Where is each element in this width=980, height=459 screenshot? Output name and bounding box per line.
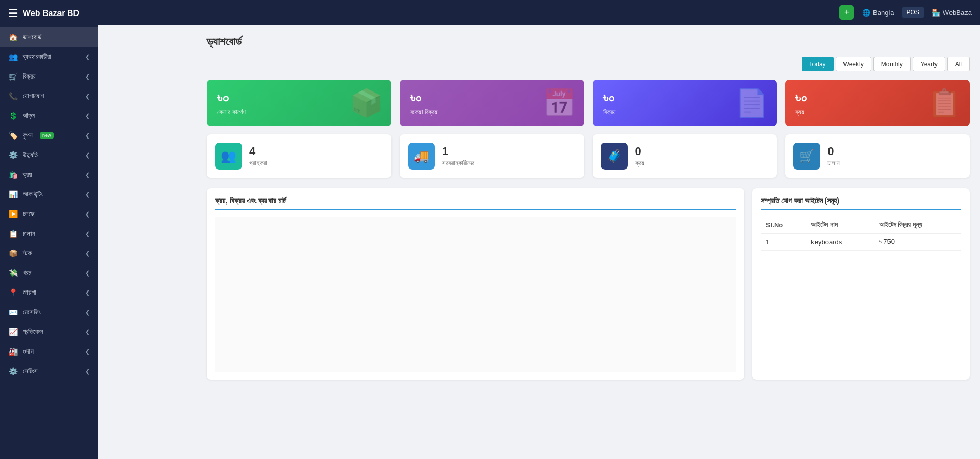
sidebar-item-label-settings: সেটিংস <box>23 367 38 375</box>
recent-items-title: সম্প্রতি যোগ করা আইটেম (সমূহ) <box>761 196 961 210</box>
table-header-row: Sl.Noআইটেম নামআইটেম বিক্রয় মূল্য <box>761 217 961 234</box>
page-title: ড্যাশবোর্ড <box>207 35 970 49</box>
sidebar-item-label-location: জায়গা <box>23 288 36 297</box>
main-content: ড্যাশবোর্ড TodayWeeklyMonthlyYearlyAll ৳… <box>197 25 980 459</box>
count-card-purchases: 🧳0ক্রয় <box>593 134 777 178</box>
chevron-icon-sales: ❮ <box>85 73 90 80</box>
table-col-sl.no: Sl.No <box>761 217 806 234</box>
count-card-suppliers: 🚚1সরবরাহকারীদের <box>400 134 584 178</box>
sidebar-item-running[interactable]: ▶️চলছে❮ <box>0 204 98 224</box>
table-col-আইটেম-বিক্রয়-মূল্য: আইটেম বিক্রয় মূল্য <box>874 217 961 234</box>
sidebar-item-label-coupon: কুপন <box>23 131 33 140</box>
dashboard-icon: 🏠 <box>8 33 18 41</box>
stat-card-due-sales: ৳০বকেয়া বিক্রয়📅 <box>400 80 584 126</box>
filter-btn-monthly[interactable]: Monthly <box>873 57 911 71</box>
lang-switcher[interactable]: 🌐 Bangla <box>862 9 894 17</box>
chevron-icon-accounting: ❮ <box>85 191 90 198</box>
expense-icon: 💸 <box>8 269 18 277</box>
count-label-purchases: ক্রয় <box>635 159 644 167</box>
chevron-icon-reports: ❮ <box>85 329 90 335</box>
chart-area <box>215 217 736 372</box>
count-row: 👥4গ্রাহকরা🚚1সরবরাহকারীদের🧳0ক্রয়🛒0চালান <box>207 134 970 178</box>
chevron-icon-running: ❮ <box>85 211 90 218</box>
accounting-icon: 📊 <box>8 190 18 198</box>
sidebar-header: ☰ Web Bazar BD <box>0 0 98 27</box>
messaging-icon: ✉️ <box>8 308 18 316</box>
sidebar-item-stock[interactable]: 📦স্টক❮ <box>0 243 98 263</box>
stock-icon: 📦 <box>8 249 18 257</box>
table-body: 1keyboards৳ 750 <box>761 234 961 251</box>
count-card-customers: 👥4গ্রাহকরা <box>207 134 391 178</box>
pos-link[interactable]: POS <box>902 7 924 18</box>
chevron-icon-purchase: ❮ <box>85 172 90 178</box>
table-cell-1: keyboards <box>806 234 873 251</box>
table-cell-0: 1 <box>761 234 806 251</box>
count-label-customers: গ্রাহকরা <box>249 159 267 167</box>
menu-toggle-icon[interactable]: ☰ <box>8 7 18 20</box>
count-icon-purchases: 🧳 <box>601 143 628 170</box>
count-number-suppliers: 1 <box>442 145 474 158</box>
sidebar-item-label-challan: চালান <box>23 230 35 238</box>
sidebar-item-contacts[interactable]: 📞যোগাযোগ❮ <box>0 86 98 106</box>
sidebar-item-label-stock: স্টক <box>23 249 32 257</box>
warehouse-icon: 🏭 <box>8 347 18 356</box>
sidebar-item-label-running: চলছে <box>23 210 35 218</box>
filter-btn-today[interactable]: Today <box>802 57 834 71</box>
contacts-icon: 📞 <box>8 92 18 100</box>
sidebar-item-coupon[interactable]: 🏷️কুপনnew❮ <box>0 126 98 145</box>
lang-icon: 🌐 <box>862 9 870 17</box>
count-number-customers: 4 <box>249 145 267 158</box>
lang-label: Bangla <box>873 9 894 17</box>
chevron-icon-warehouse: ❮ <box>85 348 90 355</box>
offers-icon: ⚙️ <box>8 151 18 159</box>
filter-btn-weekly[interactable]: Weekly <box>836 57 871 71</box>
sidebar-item-label-users: ব্যবহারকারীরা <box>23 53 51 61</box>
table-row: 1keyboards৳ 750 <box>761 234 961 251</box>
app-link[interactable]: 🏪 WebBaza <box>932 9 972 17</box>
sidebar-item-settings[interactable]: ⚙️সেটিংস❮ <box>0 361 98 381</box>
sidebar-item-sales[interactable]: 🛒বিক্রয়❮ <box>0 67 98 86</box>
chevron-icon-coupon: ❮ <box>85 132 90 139</box>
sidebar-item-purchase[interactable]: 🛍️ক্রয়❮ <box>0 165 98 185</box>
chevron-icon-expense: ❮ <box>85 270 90 277</box>
reports-icon: 📈 <box>8 328 18 336</box>
filter-btn-all[interactable]: All <box>947 57 970 71</box>
sidebar-item-label-offers: উদ্যুতি <box>23 151 38 159</box>
count-label-invoices: চালান <box>827 159 840 167</box>
count-icon-customers: 👥 <box>215 143 242 170</box>
sidebar-item-users[interactable]: 👥ব্যবহারকারীরা❮ <box>0 47 98 67</box>
stat-bg-icon-expense: 📋 <box>928 87 961 119</box>
recent-items-panel: সম্প্রতি যোগ করা আইটেম (সমূহ) Sl.Noআইটেম… <box>752 188 970 380</box>
count-number-invoices: 0 <box>827 145 840 158</box>
chevron-icon-challan: ❮ <box>85 231 90 237</box>
sidebar-item-income[interactable]: 💲আঁড়ম❮ <box>0 106 98 126</box>
chevron-icon-settings: ❮ <box>85 368 90 375</box>
count-number-purchases: 0 <box>635 145 644 158</box>
sidebar-item-offers[interactable]: ⚙️উদ্যুতি❮ <box>0 145 98 165</box>
sidebar-item-dashboard[interactable]: 🏠ডাশবোর্ড <box>0 27 98 47</box>
stat-bg-icon-sales: 📄 <box>735 87 768 119</box>
table-cell-2: ৳ 750 <box>874 234 961 251</box>
sidebar-item-label-purchase: ক্রয় <box>23 171 32 179</box>
chart-panel: ক্রয়, বিক্রয় এবং ব্যয় বার চার্ট <box>207 188 744 380</box>
stat-card-sales: ৳০বিক্রয়📄 <box>593 80 777 126</box>
sidebar-item-label-contacts: যোগাযোগ <box>23 92 44 100</box>
sidebar-item-location[interactable]: 📍জায়গা❮ <box>0 283 98 302</box>
sales-icon: 🛒 <box>8 72 18 81</box>
app-title: Web Bazar BD <box>23 9 79 18</box>
sidebar-item-messaging[interactable]: ✉️মেসেজিং❮ <box>0 302 98 322</box>
sidebar-item-label-messaging: মেসেজিং <box>23 308 41 316</box>
challan-icon: 📋 <box>8 230 18 238</box>
sidebar-menu: 🏠ডাশবোর্ড👥ব্যবহারকারীরা❮🛒বিক্রয়❮📞যোগাযো… <box>0 27 98 381</box>
stat-bg-icon-due-sales: 📅 <box>542 87 576 119</box>
add-button[interactable]: + <box>839 5 854 20</box>
sidebar-item-accounting[interactable]: 📊আকাউন্টিং❮ <box>0 185 98 204</box>
sidebar-item-expense[interactable]: 💸খরচ❮ <box>0 263 98 283</box>
sidebar-item-challan[interactable]: 📋চালান❮ <box>0 224 98 243</box>
sidebar-item-reports[interactable]: 📈প্রতিবেদন❮ <box>0 322 98 342</box>
filter-btn-yearly[interactable]: Yearly <box>913 57 945 71</box>
app-label: WebBaza <box>943 9 972 17</box>
sidebar-item-label-sales: বিক্রয় <box>23 72 36 81</box>
running-icon: ▶️ <box>8 210 18 218</box>
sidebar-item-warehouse[interactable]: 🏭গুদাম❮ <box>0 342 98 361</box>
